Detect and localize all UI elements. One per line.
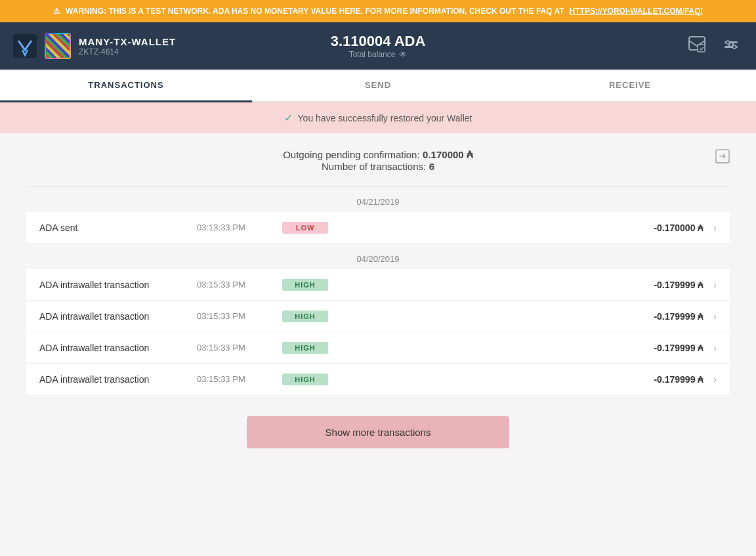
notifications-button[interactable]	[685, 33, 709, 60]
wallet-name: MANY-TX-WALLET	[79, 36, 176, 47]
wallet-info: MANY-TX-WALLET ZKTZ-4614	[79, 36, 176, 56]
tab-transactions[interactable]: TRANSACTIONS	[0, 70, 252, 102]
tx-amount: -0.179999 ₳	[654, 311, 703, 322]
header: MANY-TX-WALLET ZKTZ-4614 3.110004 ADA To…	[0, 22, 756, 70]
balance-label: Total balance 👁	[331, 50, 426, 59]
wallet-id: ZKTZ-4614	[79, 47, 176, 56]
tabs: TRANSACTIONS SEND RECEIVE	[0, 70, 756, 102]
header-left: MANY-TX-WALLET ZKTZ-4614	[13, 33, 176, 59]
badge-high: HIGH	[282, 310, 328, 322]
header-right	[685, 33, 743, 60]
transaction-count: Number of transactions: 6	[322, 161, 434, 173]
date-group-2: 04/20/2019	[26, 254, 730, 264]
warning-icon: ⚠	[53, 7, 60, 16]
divider	[26, 186, 730, 186]
check-icon: ✓	[284, 112, 293, 124]
transaction-row[interactable]: ADA intrawallet transaction 03:15:33 PM …	[26, 301, 730, 332]
export-button[interactable]	[715, 149, 730, 167]
tx-type: ADA intrawallet transaction	[39, 280, 197, 290]
tx-expand-chevron[interactable]: ›	[713, 223, 717, 233]
badge-low: LOW	[282, 222, 328, 234]
tx-amount: -0.179999 ₳	[654, 374, 703, 385]
warning-link[interactable]: HTTPS://YOROI-WALLET.COM/FAQ/	[570, 7, 703, 16]
transaction-row[interactable]: ADA intrawallet transaction 03:15:33 PM …	[26, 364, 730, 395]
tx-expand-chevron[interactable]: ›	[713, 311, 717, 322]
tx-amount: -0.170000 ₳	[654, 223, 703, 233]
tx-time: 03:15:33 PM	[197, 343, 282, 353]
success-text: You have successfully restored your Wall…	[298, 113, 472, 123]
tx-time: 03:15:33 PM	[197, 280, 282, 289]
tx-amount: -0.179999 ₳	[654, 280, 703, 290]
tx-type: ADA intrawallet transaction	[39, 374, 197, 385]
tx-expand-chevron[interactable]: ›	[713, 343, 717, 353]
tx-expand-chevron[interactable]: ›	[713, 280, 717, 290]
tab-receive[interactable]: RECEIVE	[504, 70, 756, 102]
wallet-avatar	[45, 33, 71, 59]
tx-type: ADA intrawallet transaction	[39, 311, 197, 322]
show-more-button[interactable]: Show more transactions	[247, 416, 509, 448]
main-content: Outgoing pending confirmation: 0.170000 …	[0, 133, 756, 485]
tx-badge: HIGH	[282, 278, 374, 291]
pending-confirmation: Outgoing pending confirmation: 0.170000 …	[283, 149, 473, 161]
svg-rect-2	[698, 45, 705, 52]
svg-point-6	[726, 41, 730, 44]
svg-point-7	[733, 45, 736, 49]
warning-banner: ⚠ WARNING: THIS IS A TEST NETWORK. ADA H…	[0, 0, 756, 22]
tx-badge: HIGH	[282, 373, 374, 385]
tx-badge: HIGH	[282, 341, 374, 354]
date-group-1: 04/21/2019	[26, 197, 730, 207]
settings-button[interactable]	[719, 33, 743, 60]
tx-expand-chevron[interactable]: ›	[713, 374, 717, 385]
tx-time: 03:15:33 PM	[197, 374, 282, 384]
summary: Outgoing pending confirmation: 0.170000 …	[26, 149, 730, 173]
badge-high: HIGH	[282, 279, 328, 291]
tx-type: ADA intrawallet transaction	[39, 343, 197, 353]
tx-amount: -0.179999 ₳	[654, 343, 703, 353]
balance-amount: 3.110004 ADA	[331, 33, 426, 50]
badge-high: HIGH	[282, 374, 328, 385]
tx-badge: LOW	[282, 221, 374, 234]
tx-type: ADA sent	[39, 223, 197, 233]
balance-visibility-toggle[interactable]: 👁	[399, 50, 407, 59]
warning-text: WARNING: THIS IS A TEST NETWORK. ADA HAS…	[66, 7, 564, 16]
badge-high: HIGH	[282, 342, 328, 354]
transaction-row[interactable]: ADA sent 03:13:33 PM LOW -0.170000 ₳ ›	[26, 212, 730, 244]
transaction-row[interactable]: ADA intrawallet transaction 03:15:33 PM …	[26, 332, 730, 364]
tab-send[interactable]: SEND	[252, 70, 504, 102]
yoroi-logo	[13, 34, 37, 58]
header-center: 3.110004 ADA Total balance 👁	[331, 33, 426, 59]
tx-badge: HIGH	[282, 310, 374, 322]
tx-time: 03:15:33 PM	[197, 311, 282, 321]
transaction-row[interactable]: ADA intrawallet transaction 03:15:33 PM …	[26, 269, 730, 301]
success-banner: ✓ You have successfully restored your Wa…	[0, 102, 756, 133]
tx-time: 03:13:33 PM	[197, 223, 282, 232]
